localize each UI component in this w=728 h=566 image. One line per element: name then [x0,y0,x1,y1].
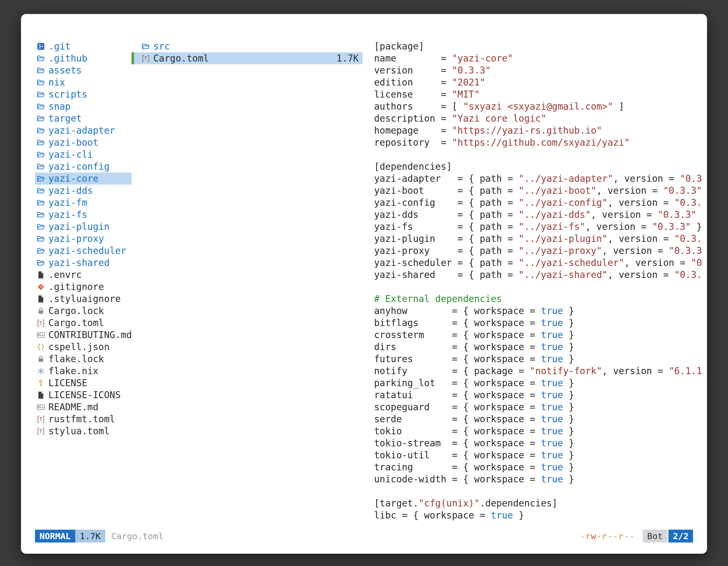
preview-token: yazi-plugin = { path = [374,233,519,244]
dir-item-yazi-adapter[interactable]: yazi-adapter [35,125,131,137]
preview-token: homepage = [374,125,452,136]
item-label: Cargo.toml [153,52,209,64]
dir-item-yazi-shared[interactable]: yazi-shared [35,257,131,269]
file-item-license-icons[interactable]: LICENSE-ICONS [35,389,131,401]
dir-item-git[interactable]: .git [35,40,131,52]
toml-icon [142,54,150,63]
file-item-readme-md[interactable]: README.md [35,401,131,413]
dir-item-yazi-config[interactable]: yazi-config [35,161,131,173]
preview-token: } [563,450,574,461]
preview-line: edition = "2021" [374,76,707,88]
dir-item-scripts[interactable]: scripts [35,88,131,100]
folder-icon [37,151,45,159]
dir-item-assets[interactable]: assets [35,64,131,76]
preview-token: } [563,305,574,316]
dir-item-yazi-dds[interactable]: yazi-dds [35,185,131,197]
file-item-contributing-md[interactable]: CONTRIBUTING.md [35,329,131,341]
dir-item-github[interactable]: .github [35,52,131,64]
preview-line: tokio-stream = { workspace = true } [374,437,707,449]
markdown-icon [37,403,45,411]
preview-line: yazi-scheduler = { path = "../yazi-sched… [374,257,707,269]
file-item-stylua-toml[interactable]: stylua.toml [35,425,131,437]
preview-token: "0.3. [674,233,702,244]
preview-token: true [541,353,563,364]
dir-item-yazi-proxy[interactable]: yazi-proxy [35,233,131,245]
dir-item-nix[interactable]: nix [35,76,131,88]
file-item-rustfmt-toml[interactable]: rustfmt.toml [35,413,131,425]
file-item-cargo-toml[interactable]: Cargo.toml1.7K [131,52,363,64]
preview-line: bitflags = { workspace = true } [374,317,707,329]
file-item-license[interactable]: LICENSE [35,377,131,389]
preview-token: } [563,474,574,485]
preview-token: name = [374,53,452,64]
item-label: nix [48,76,65,88]
item-label: snap [48,100,71,112]
item-label: yazi-fs [48,209,87,221]
toml-icon [37,319,45,327]
dir-item-yazi-scheduler[interactable]: yazi-scheduler [35,245,131,257]
preview-line [374,485,707,497]
preview-token: "6.1.1 [669,365,702,376]
preview-token: , version = [597,185,663,196]
folder-icon [37,139,45,147]
preview-token: , version = [607,233,674,244]
preview-token: yazi-fs = { path = [374,221,519,232]
dir-item-target[interactable]: target [35,112,131,125]
preview-line: [dependencies] [374,161,707,173]
preview-token: , version = [602,245,669,256]
folder-icon [37,223,45,231]
preview-token: license = [374,89,452,100]
dir-item-snap[interactable]: snap [35,100,131,112]
preview-token: true [541,474,563,485]
dir-item-yazi-fm[interactable]: yazi-fm [35,197,131,209]
file-item-flake-nix[interactable]: flake.nix [35,365,131,377]
preview-token: "notify-fork" [530,365,602,376]
preview-line: yazi-proxy = { path = "../yazi-proxy", v… [374,245,707,257]
preview-line: description = "Yazi core logic" [374,112,707,125]
file-item-flake-lock[interactable]: flake.lock [35,353,131,365]
dir-item-src[interactable]: src [131,40,363,52]
dir-item-yazi-fs[interactable]: yazi-fs [35,209,131,221]
dir-item-yazi-cli[interactable]: yazi-cli [35,149,131,161]
dir-item-yazi-boot[interactable]: yazi-boot [35,137,131,149]
preview-token: true [541,426,563,436]
item-label: target [48,112,82,125]
preview-token: edition = [374,77,452,88]
folder-icon [37,247,45,255]
preview-line: ratatui = { workspace = true } [374,389,707,401]
preview-token: true [541,329,563,340]
permission-token: -- [607,531,618,541]
preview-token: "sxyazi <sxyazi@gmail.com>" [463,101,613,112]
dir-item-yazi-core[interactable]: yazi-core [35,173,131,185]
preview-line: [target."cfg(unix)".dependencies] [374,497,707,509]
file-item-styluaignore[interactable]: .styluaignore [35,293,131,305]
preview-token: "../yazi-proxy" [519,245,602,256]
preview-token: "0.3.3 [669,245,702,256]
preview-line: dirs = { workspace = true } [374,341,707,353]
folder-icon [37,54,45,63]
item-label: .github [48,52,87,64]
folder-icon [142,42,150,51]
item-label: LICENSE-ICONS [48,389,121,401]
file-item-gitignore[interactable]: .gitignore [35,281,131,293]
preview-token: yazi-boot = { path = [374,185,519,196]
preview-line: license = "MIT" [374,88,707,100]
selection-marker [131,52,134,64]
preview-token: crossterm = { workspace = [374,329,541,340]
preview-line: tracing = { workspace = true } [374,461,707,473]
item-label: src [153,40,170,52]
dir-item-yazi-plugin[interactable]: yazi-plugin [35,221,131,233]
item-label: .envrc [48,269,82,281]
item-label: scripts [48,88,87,100]
preview-token: anyhow = { workspace = [374,305,541,316]
preview-token: "0.3. [674,197,702,208]
preview-line: version = "0.3.3" [374,64,707,76]
file-item-cargo-toml[interactable]: Cargo.toml [35,317,131,329]
preview-token: tokio-util = { workspace = [374,450,541,461]
file-item-cargo-lock[interactable]: Cargo.lock [35,305,131,317]
preview-token: libc = { workspace = [374,510,491,521]
file-item-envrc[interactable]: .envrc [35,269,131,281]
item-label: yazi-core [48,173,98,185]
preview-line [374,281,707,293]
file-item-cspell-json[interactable]: cspell.json [35,341,131,353]
